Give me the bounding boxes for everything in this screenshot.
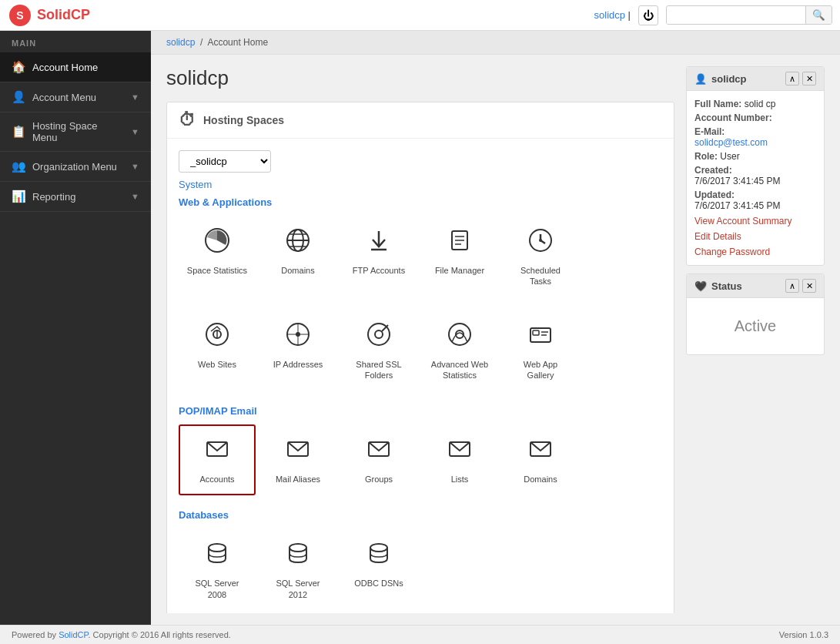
footer-text: Powered by SolidCP. Copyright © 2016 All… [12, 630, 231, 639]
logo-text: SolidCP [37, 7, 90, 23]
user-widget-title: solidcp [711, 73, 747, 85]
space-statistics-item[interactable]: Space Statistics [179, 216, 256, 298]
ftp-accounts-label: FTP Accounts [353, 265, 405, 276]
search-input[interactable] [667, 7, 805, 24]
lists-item[interactable]: Lists [421, 424, 498, 495]
accounts-icon [203, 435, 231, 469]
sidebar-item-reporting[interactable]: 📊 Reporting ▼ [0, 182, 151, 212]
chevron-down-icon: ▼ [131, 127, 139, 136]
groups-item[interactable]: Groups [340, 424, 417, 495]
sql-2008-icon [203, 539, 231, 573]
email-value[interactable]: solidcp@test.com [694, 137, 768, 148]
footer-version: Version 1.0.3 [779, 630, 828, 639]
svg-point-16 [539, 239, 542, 242]
sql-2008-item[interactable]: SQL Server 2008 [179, 528, 256, 611]
pop-imap-label: POP/IMAP Email [179, 399, 662, 421]
chevron-down-icon: ▼ [131, 92, 139, 102]
right-sidebar: 👤 solidcp ∧ ✕ Full Name: solid cp [686, 66, 825, 613]
role-row: Role: User [694, 151, 816, 162]
ip-addresses-label: IP Addresses [273, 359, 323, 370]
full-name-label: Full Name: [694, 99, 741, 109]
odbc-dsns-item[interactable]: ODBC DSNs [340, 528, 417, 611]
shared-ssl-icon [365, 320, 393, 354]
user-widget-collapse[interactable]: ∧ [785, 72, 799, 86]
breadcrumb-current: Account Home [207, 37, 268, 48]
sidebar-item-label: Reporting [32, 191, 125, 203]
status-widget-title-area: 🖤 Status [694, 280, 742, 292]
updated-value: 7/6/2017 3:41:45 PM [694, 200, 780, 211]
email-domains-icon [527, 435, 554, 469]
user-icon-widget: 👤 [694, 73, 707, 85]
shared-ssl-item[interactable]: Shared SSL Folders [340, 310, 417, 392]
sql-2012-label: SQL Server 2012 [267, 578, 329, 600]
advanced-web-statistics-item[interactable]: Advanced Web Statistics [421, 310, 498, 392]
web-app-gallery-label: Web App Gallery [510, 359, 571, 381]
ftp-accounts-icon [365, 226, 393, 260]
footer-link[interactable]: SolidCP [59, 630, 88, 639]
page-main: solidcp ⏱ Hosting Spaces _solidcp System [166, 66, 674, 613]
scheduled-tasks-label: Scheduled Tasks [510, 265, 571, 287]
sidebar-item-hosting-space-menu[interactable]: 📋 Hosting Space Menu ▼ [0, 112, 151, 152]
lists-icon [446, 435, 474, 469]
web-sites-item[interactable]: Web Sites [179, 310, 256, 392]
accounts-label: Accounts [199, 474, 234, 485]
role-value: User [720, 151, 739, 162]
status-widget-title: Status [711, 280, 742, 292]
pop-imap-grid: Accounts Mail Aliases [179, 421, 662, 503]
user-widget-controls: ∧ ✕ [785, 72, 816, 86]
svg-point-40 [370, 544, 387, 552]
sql-2012-icon [284, 539, 312, 573]
view-account-summary-link[interactable]: View Account Summary [694, 216, 816, 226]
status-value: Active [694, 306, 816, 347]
email-domains-item[interactable]: Domains [502, 424, 579, 495]
space-select[interactable]: _solidcp [179, 150, 271, 173]
web-app-gallery-icon [527, 320, 554, 354]
power-button[interactable]: ⏻ [638, 5, 658, 25]
user-widget-close[interactable]: ✕ [802, 72, 816, 86]
status-widget-close[interactable]: ✕ [802, 279, 816, 293]
edit-details-link[interactable]: Edit Details [694, 231, 816, 242]
svg-rect-30 [533, 330, 539, 335]
topbar-user-link[interactable]: solidcp [594, 9, 625, 21]
topbar: S SolidCP solidcp | ⏻ 🔍 [0, 0, 840, 31]
file-manager-item[interactable]: File Manager [421, 216, 498, 298]
sidebar-item-account-home[interactable]: 🏠 Account Home [0, 52, 151, 82]
search-button[interactable]: 🔍 [805, 6, 832, 24]
domains-item[interactable]: Domains [259, 216, 336, 298]
updated-label: Updated: [694, 190, 735, 200]
scheduled-tasks-icon [527, 226, 554, 260]
sql-2008-label: SQL Server 2008 [186, 578, 248, 600]
created-label: Created: [694, 165, 732, 176]
scheduled-tasks-item[interactable]: Scheduled Tasks [502, 216, 579, 298]
created-row: Created: 7/6/2017 3:41:45 PM [694, 165, 816, 186]
system-link[interactable]: System [179, 179, 212, 190]
sidebar-item-account-menu[interactable]: 👤 Account Menu ▼ [0, 82, 151, 112]
page-area: solidcp ⏱ Hosting Spaces _solidcp System [151, 55, 840, 625]
hosting-spaces-panel: ⏱ Hosting Spaces _solidcp System Web & A… [166, 102, 674, 613]
change-password-link[interactable]: Change Password [694, 247, 816, 257]
search-box: 🔍 [666, 5, 832, 25]
web-app-gallery-item[interactable]: Web App Gallery [502, 310, 579, 392]
status-widget-header: 🖤 Status ∧ ✕ [687, 274, 824, 298]
main-content: solidcp / Account Home solidcp ⏱ Hosting… [151, 31, 840, 625]
domains-icon [284, 226, 312, 260]
sidebar-item-organization-menu[interactable]: 👥 Organization Menu ▼ [0, 152, 151, 182]
chevron-down-icon: ▼ [131, 192, 139, 201]
svg-point-39 [289, 544, 306, 552]
svg-point-25 [375, 330, 383, 338]
web-applications-label: Web & Applications [179, 190, 662, 212]
ftp-accounts-item[interactable]: FTP Accounts [340, 216, 417, 298]
ip-addresses-item[interactable]: IP Addresses [259, 310, 336, 392]
email-row: E-Mail: solidcp@test.com [694, 126, 816, 148]
user-widget: 👤 solidcp ∧ ✕ Full Name: solid cp [686, 66, 825, 266]
sql-2012-item[interactable]: SQL Server 2012 [259, 528, 336, 611]
breadcrumb-home[interactable]: solidcp [166, 37, 195, 48]
status-widget-collapse[interactable]: ∧ [785, 279, 799, 293]
mail-aliases-item[interactable]: Mail Aliases [259, 424, 336, 495]
file-manager-label: File Manager [435, 265, 484, 276]
role-label: Role: [694, 151, 718, 162]
shared-ssl-label: Shared SSL Folders [348, 359, 410, 381]
accounts-item[interactable]: Accounts [179, 424, 256, 495]
user-widget-header: 👤 solidcp ∧ ✕ [687, 67, 824, 91]
svg-text:S: S [16, 9, 23, 22]
